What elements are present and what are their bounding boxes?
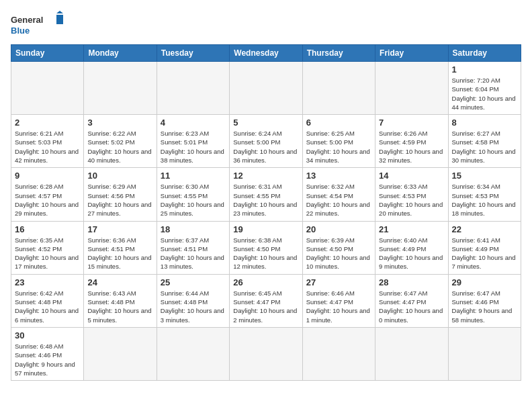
svg-marker-2 bbox=[56, 11, 63, 13]
day-header-thursday: Thursday bbox=[302, 45, 375, 62]
day-number: 11 bbox=[161, 171, 226, 181]
day-info: Sunrise: 6:43 AM Sunset: 4:48 PM Dayligh… bbox=[87, 289, 152, 324]
day-info: Sunrise: 6:47 AM Sunset: 4:46 PM Dayligh… bbox=[452, 289, 517, 324]
calendar-day-cell: 16Sunrise: 6:35 AM Sunset: 4:52 PM Dayli… bbox=[11, 221, 84, 274]
calendar-day-cell: 7Sunrise: 6:26 AM Sunset: 4:59 PM Daylig… bbox=[375, 115, 448, 168]
calendar-day-cell bbox=[302, 62, 375, 115]
calendar-week-row: 16Sunrise: 6:35 AM Sunset: 4:52 PM Dayli… bbox=[11, 221, 521, 274]
day-number: 27 bbox=[306, 277, 371, 287]
day-info: Sunrise: 6:28 AM Sunset: 4:57 PM Dayligh… bbox=[15, 182, 80, 218]
calendar-day-cell: 8Sunrise: 6:27 AM Sunset: 4:58 PM Daylig… bbox=[448, 115, 521, 168]
calendar-day-cell bbox=[375, 327, 448, 380]
day-number: 1 bbox=[452, 64, 517, 75]
calendar-day-cell: 3Sunrise: 6:22 AM Sunset: 5:02 PM Daylig… bbox=[84, 115, 157, 168]
calendar-day-cell: 12Sunrise: 6:31 AM Sunset: 4:55 PM Dayli… bbox=[230, 168, 302, 221]
day-header-friday: Friday bbox=[375, 45, 448, 62]
day-info: Sunrise: 6:29 AM Sunset: 4:56 PM Dayligh… bbox=[87, 182, 152, 218]
calendar-day-cell: 2Sunrise: 6:21 AM Sunset: 5:03 PM Daylig… bbox=[11, 115, 84, 168]
day-number: 17 bbox=[87, 224, 152, 234]
day-number: 19 bbox=[233, 224, 298, 234]
calendar-day-cell: 20Sunrise: 6:39 AM Sunset: 4:50 PM Dayli… bbox=[302, 221, 375, 274]
day-info: Sunrise: 6:30 AM Sunset: 4:55 PM Dayligh… bbox=[161, 182, 226, 218]
day-number: 23 bbox=[15, 277, 80, 287]
calendar-day-cell: 10Sunrise: 6:29 AM Sunset: 4:56 PM Dayli… bbox=[84, 168, 157, 221]
svg-text:General: General bbox=[11, 15, 43, 25]
day-number: 12 bbox=[233, 171, 298, 181]
calendar-day-cell: 19Sunrise: 6:38 AM Sunset: 4:50 PM Dayli… bbox=[230, 221, 302, 274]
calendar-table: SundayMondayTuesdayWednesdayThursdayFrid… bbox=[11, 44, 521, 381]
day-number: 9 bbox=[15, 171, 80, 181]
day-number: 30 bbox=[15, 330, 80, 340]
logo-svg: General Blue bbox=[11, 11, 64, 38]
day-number: 26 bbox=[233, 277, 298, 287]
calendar-day-cell bbox=[230, 62, 302, 115]
calendar-day-cell: 4Sunrise: 6:23 AM Sunset: 5:01 PM Daylig… bbox=[157, 115, 229, 168]
calendar-day-cell: 14Sunrise: 6:33 AM Sunset: 4:53 PM Dayli… bbox=[375, 168, 448, 221]
day-info: Sunrise: 6:48 AM Sunset: 4:46 PM Dayligh… bbox=[15, 342, 80, 377]
day-info: Sunrise: 6:24 AM Sunset: 5:00 PM Dayligh… bbox=[233, 129, 298, 165]
calendar-day-cell: 30Sunrise: 6:48 AM Sunset: 4:46 PM Dayli… bbox=[11, 327, 84, 380]
day-info: Sunrise: 6:21 AM Sunset: 5:03 PM Dayligh… bbox=[15, 129, 80, 165]
day-info: Sunrise: 6:47 AM Sunset: 4:47 PM Dayligh… bbox=[379, 289, 444, 324]
day-info: Sunrise: 6:32 AM Sunset: 4:54 PM Dayligh… bbox=[306, 182, 371, 218]
day-number: 28 bbox=[379, 277, 444, 287]
calendar-day-cell bbox=[157, 327, 229, 380]
logo: General Blue bbox=[11, 11, 64, 38]
day-info: Sunrise: 6:35 AM Sunset: 4:52 PM Dayligh… bbox=[15, 236, 80, 271]
calendar-day-cell bbox=[84, 327, 157, 380]
calendar-day-cell: 15Sunrise: 6:34 AM Sunset: 4:53 PM Dayli… bbox=[448, 168, 521, 221]
day-number: 25 bbox=[161, 277, 226, 287]
day-info: Sunrise: 6:39 AM Sunset: 4:50 PM Dayligh… bbox=[306, 236, 371, 271]
calendar-day-cell: 28Sunrise: 6:47 AM Sunset: 4:47 PM Dayli… bbox=[375, 274, 448, 327]
calendar-day-cell: 22Sunrise: 6:41 AM Sunset: 4:49 PM Dayli… bbox=[448, 221, 521, 274]
day-info: Sunrise: 6:44 AM Sunset: 4:48 PM Dayligh… bbox=[161, 289, 226, 324]
calendar-day-cell: 1Sunrise: 7:20 AM Sunset: 6:04 PM Daylig… bbox=[448, 62, 521, 115]
day-number: 6 bbox=[306, 118, 371, 128]
calendar-day-cell bbox=[448, 327, 521, 380]
day-number: 20 bbox=[306, 224, 371, 234]
calendar-header-row: SundayMondayTuesdayWednesdayThursdayFrid… bbox=[11, 45, 521, 62]
day-number: 15 bbox=[452, 171, 517, 181]
calendar-day-cell bbox=[375, 62, 448, 115]
page-header: General Blue bbox=[11, 11, 521, 38]
svg-text:Blue: Blue bbox=[11, 26, 30, 36]
calendar-day-cell: 29Sunrise: 6:47 AM Sunset: 4:46 PM Dayli… bbox=[448, 274, 521, 327]
day-number: 24 bbox=[87, 277, 152, 287]
day-info: Sunrise: 6:22 AM Sunset: 5:02 PM Dayligh… bbox=[87, 129, 152, 165]
day-number: 21 bbox=[379, 224, 444, 234]
calendar-day-cell: 23Sunrise: 6:42 AM Sunset: 4:48 PM Dayli… bbox=[11, 274, 84, 327]
calendar-day-cell: 11Sunrise: 6:30 AM Sunset: 4:55 PM Dayli… bbox=[157, 168, 229, 221]
day-number: 14 bbox=[379, 171, 444, 181]
calendar-day-cell bbox=[302, 327, 375, 380]
day-info: Sunrise: 6:42 AM Sunset: 4:48 PM Dayligh… bbox=[15, 289, 80, 324]
day-number: 13 bbox=[306, 171, 371, 181]
day-number: 18 bbox=[161, 224, 226, 234]
day-number: 5 bbox=[233, 118, 298, 128]
day-info: Sunrise: 6:36 AM Sunset: 4:51 PM Dayligh… bbox=[87, 236, 152, 271]
calendar-week-row: 23Sunrise: 6:42 AM Sunset: 4:48 PM Dayli… bbox=[11, 274, 521, 327]
calendar-day-cell: 24Sunrise: 6:43 AM Sunset: 4:48 PM Dayli… bbox=[84, 274, 157, 327]
calendar-day-cell: 25Sunrise: 6:44 AM Sunset: 4:48 PM Dayli… bbox=[157, 274, 229, 327]
day-info: Sunrise: 6:31 AM Sunset: 4:55 PM Dayligh… bbox=[233, 182, 298, 218]
day-info: Sunrise: 6:37 AM Sunset: 4:51 PM Dayligh… bbox=[161, 236, 226, 271]
calendar-day-cell bbox=[157, 62, 229, 115]
day-number: 16 bbox=[15, 224, 80, 234]
svg-rect-3 bbox=[56, 15, 63, 24]
day-info: Sunrise: 6:34 AM Sunset: 4:53 PM Dayligh… bbox=[452, 182, 517, 218]
day-info: Sunrise: 6:26 AM Sunset: 4:59 PM Dayligh… bbox=[379, 129, 444, 165]
day-info: Sunrise: 6:45 AM Sunset: 4:47 PM Dayligh… bbox=[233, 289, 298, 324]
day-info: Sunrise: 6:25 AM Sunset: 5:00 PM Dayligh… bbox=[306, 129, 371, 165]
calendar-week-row: 1Sunrise: 7:20 AM Sunset: 6:04 PM Daylig… bbox=[11, 62, 521, 115]
calendar-day-cell: 9Sunrise: 6:28 AM Sunset: 4:57 PM Daylig… bbox=[11, 168, 84, 221]
day-info: Sunrise: 6:41 AM Sunset: 4:49 PM Dayligh… bbox=[452, 236, 517, 271]
calendar-week-row: 9Sunrise: 6:28 AM Sunset: 4:57 PM Daylig… bbox=[11, 168, 521, 221]
day-info: Sunrise: 6:27 AM Sunset: 4:58 PM Dayligh… bbox=[452, 129, 517, 165]
calendar-day-cell: 27Sunrise: 6:46 AM Sunset: 4:47 PM Dayli… bbox=[302, 274, 375, 327]
calendar-day-cell: 17Sunrise: 6:36 AM Sunset: 4:51 PM Dayli… bbox=[84, 221, 157, 274]
day-number: 4 bbox=[161, 118, 226, 128]
calendar-day-cell: 6Sunrise: 6:25 AM Sunset: 5:00 PM Daylig… bbox=[302, 115, 375, 168]
day-header-tuesday: Tuesday bbox=[157, 45, 229, 62]
day-info: Sunrise: 6:33 AM Sunset: 4:53 PM Dayligh… bbox=[379, 182, 444, 218]
day-header-saturday: Saturday bbox=[448, 45, 521, 62]
calendar-week-row: 2Sunrise: 6:21 AM Sunset: 5:03 PM Daylig… bbox=[11, 115, 521, 168]
